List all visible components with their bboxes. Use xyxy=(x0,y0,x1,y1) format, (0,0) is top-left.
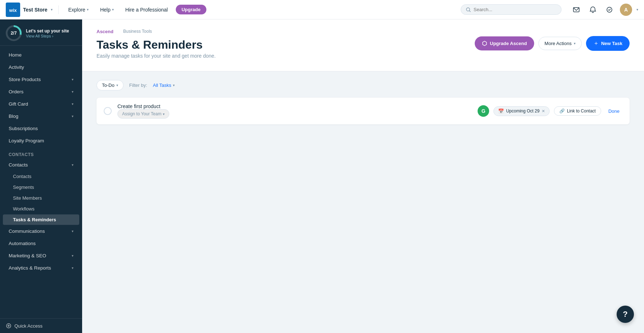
more-actions-chevron-icon: ▾ xyxy=(574,41,576,45)
wix-logo-area[interactable]: wix Test Store ▾ xyxy=(6,3,53,17)
sidebar-item-label: Orders xyxy=(9,89,23,94)
search-input[interactable] xyxy=(474,7,556,12)
quick-access-icon xyxy=(6,323,12,329)
all-tasks-chevron-icon: ▾ xyxy=(173,83,175,87)
hire-professional-link[interactable]: Hire a Professional xyxy=(122,5,171,15)
sidebar-item-blog[interactable]: Blog ▾ xyxy=(3,110,79,122)
sidebar-item-communications[interactable]: Communications ▾ xyxy=(3,225,79,237)
svg-line-3 xyxy=(469,10,470,12)
link-icon: 🔗 xyxy=(559,108,565,114)
setup-text: Let's set up your site View All Steps › xyxy=(26,28,76,39)
svg-text:Ascend: Ascend xyxy=(97,29,113,34)
upgrade-ascend-button[interactable]: ⬡ Upgrade Ascend xyxy=(475,36,534,50)
sidebar-item-label: Store Products xyxy=(9,77,41,82)
contacts-chevron-icon: ▾ xyxy=(72,163,73,167)
sidebar-item-site-members[interactable]: Site Members xyxy=(3,193,79,203)
view-all-steps-link[interactable]: View All Steps › xyxy=(26,34,76,38)
gift-card-chevron-icon: ▾ xyxy=(72,102,73,106)
communications-chevron-icon: ▾ xyxy=(72,229,73,233)
new-task-button[interactable]: ＋ New Task xyxy=(586,36,630,51)
help-link[interactable]: Help ▾ xyxy=(97,5,117,15)
sidebar-item-label: Activity xyxy=(9,65,24,70)
marketing-icon-button[interactable] xyxy=(603,4,616,16)
sidebar-item-label: Blog xyxy=(9,114,18,119)
progress-fraction: 2/7 xyxy=(8,27,20,39)
task-date-badge: 📅 Upcoming Oct 29 ✕ xyxy=(493,106,550,116)
contacts-section-header: Contacts xyxy=(0,147,82,159)
page-title: Tasks & Reminders xyxy=(97,38,216,52)
sidebar-item-label: Home xyxy=(9,52,22,58)
messages-icon-button[interactable] xyxy=(570,4,582,16)
profile-chevron-icon: ▾ xyxy=(636,8,638,12)
done-button[interactable]: Done xyxy=(605,107,622,116)
page-subtitle: Easily manage tasks for your site and ge… xyxy=(97,53,216,59)
sidebar: 2/7 Let's set up your site View All Step… xyxy=(0,19,82,333)
sidebar-item-marketing-seo[interactable]: Marketing & SEO ▾ xyxy=(3,250,79,262)
sidebar-item-contacts[interactable]: Contacts xyxy=(3,171,79,182)
wix-logo-icon: wix xyxy=(6,3,20,17)
quick-access-button[interactable]: Quick Access xyxy=(0,318,82,333)
sidebar-item-label: Loyalty Program xyxy=(9,138,44,143)
task-row: Create first product Assign to Your Team… xyxy=(97,98,630,124)
task-checkbox[interactable] xyxy=(104,107,112,115)
explore-chevron-icon: ▾ xyxy=(87,8,89,12)
user-avatar[interactable]: A xyxy=(620,4,632,16)
sidebar-nav: Home Activity Store Products ▾ Orders ▾ … xyxy=(0,46,82,318)
page-title-area: Ascend Business Tools Tasks & Reminders … xyxy=(97,28,216,59)
assign-chevron-icon: ▾ xyxy=(163,112,165,116)
analytics-chevron-icon: ▾ xyxy=(72,266,73,270)
sidebar-item-gift-card[interactable]: Gift Card ▾ xyxy=(3,98,79,110)
explore-link[interactable]: Explore ▾ xyxy=(64,5,92,15)
task-assignee-avatar: G xyxy=(478,105,489,117)
sidebar-item-analytics-reports[interactable]: Analytics & Reports ▾ xyxy=(3,262,79,274)
svg-text:wix: wix xyxy=(9,7,17,13)
store-chevron-icon: ▾ xyxy=(51,8,53,12)
orders-chevron-icon: ▾ xyxy=(72,90,73,94)
sidebar-item-automations[interactable]: Automations xyxy=(3,237,79,249)
nav-separator xyxy=(58,5,59,14)
sidebar-item-orders[interactable]: Orders ▾ xyxy=(3,86,79,98)
top-navigation: wix Test Store ▾ Explore ▾ Help ▾ Hire a… xyxy=(0,0,644,19)
sidebar-item-label: Gift Card xyxy=(9,101,28,107)
sidebar-item-workflows[interactable]: Workflows xyxy=(3,204,79,214)
link-to-contact-button[interactable]: 🔗 Link to Contact xyxy=(554,106,601,116)
remove-date-button[interactable]: ✕ xyxy=(542,109,545,114)
store-name: Test Store xyxy=(23,7,47,13)
notifications-icon-button[interactable] xyxy=(587,4,599,16)
assign-team-button[interactable]: Assign to Your Team ▾ xyxy=(117,109,169,119)
sidebar-item-label: Subscriptions xyxy=(9,126,38,131)
task-actions: G 📅 Upcoming Oct 29 ✕ 🔗 Link to Contact … xyxy=(478,105,622,117)
main-content: Ascend Business Tools Tasks & Reminders … xyxy=(82,19,644,333)
search-bar[interactable] xyxy=(461,4,562,15)
upgrade-icon: ⬡ xyxy=(482,40,487,47)
todo-filter-chevron-icon: ▾ xyxy=(116,83,118,87)
sidebar-item-subscriptions[interactable]: Subscriptions xyxy=(3,123,79,134)
header-actions: ⬡ Upgrade Ascend More Actions ▾ ＋ New Ta… xyxy=(475,36,630,51)
help-fab-button[interactable]: ? xyxy=(617,306,634,323)
sidebar-item-tasks-reminders[interactable]: Tasks & Reminders xyxy=(3,214,79,225)
sidebar-item-store-products[interactable]: Store Products ▾ xyxy=(3,74,79,85)
task-area: To-Do ▾ Filter by: All Tasks ▾ Create fi… xyxy=(82,71,644,133)
calendar-icon: 📅 xyxy=(498,108,504,114)
filter-by-label: Filter by: xyxy=(129,83,147,88)
sidebar-item-home[interactable]: Home xyxy=(3,49,79,61)
progress-ring: 2/7 xyxy=(6,25,22,41)
sidebar-item-activity[interactable]: Activity xyxy=(3,61,79,73)
ascend-logo-icon: Ascend xyxy=(97,28,121,35)
sidebar-item-segments[interactable]: Segments xyxy=(3,182,79,192)
todo-filter-button[interactable]: To-Do ▾ xyxy=(97,80,124,90)
search-icon xyxy=(466,7,471,12)
sidebar-setup[interactable]: 2/7 Let's set up your site View All Step… xyxy=(0,19,82,46)
topnav-icons: A ▾ xyxy=(570,4,638,16)
sidebar-item-loyalty-program[interactable]: Loyalty Program xyxy=(3,135,79,147)
all-tasks-filter-button[interactable]: All Tasks ▾ xyxy=(153,83,175,88)
store-products-chevron-icon: ▾ xyxy=(72,77,73,81)
upgrade-button[interactable]: Upgrade xyxy=(176,5,206,14)
sidebar-item-contacts-parent[interactable]: Contacts ▾ xyxy=(3,159,79,171)
page-header-top: Ascend Business Tools Tasks & Reminders … xyxy=(97,28,630,59)
help-chevron-icon: ▾ xyxy=(112,8,114,12)
ascend-badge: Ascend Business Tools xyxy=(97,28,216,35)
more-actions-button[interactable]: More Actions ▾ xyxy=(538,37,582,50)
blog-chevron-icon: ▾ xyxy=(72,114,73,118)
task-name: Create first product xyxy=(117,103,472,109)
